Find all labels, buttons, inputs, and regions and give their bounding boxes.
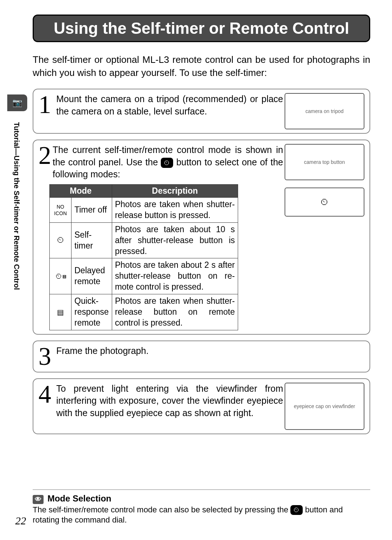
step-2: 2 The current self-timer/remote control … [33,140,370,335]
tip-section: 👁 Mode Selection The self-timer/remote c… [33,489,370,525]
timer-button-icon: ⏲ [290,505,303,515]
tip-text: The self-timer/remote control mode can a… [33,505,370,525]
table-row: ▤ Quick-response remote Photos are taken… [50,294,238,330]
intro-text: The self-timer or optional ML-L3 remote … [33,53,370,80]
page-title-banner: Using the Self-timer or Remote Control [33,15,370,42]
step-text: To prevent light entering via the viewfi… [56,383,283,419]
tripod-illustration: camera on tripod [285,93,364,129]
table-row: ⏲ Self-timer Photos are taken about 10 s… [50,222,238,258]
step-number: 1 [38,94,51,118]
th-mode: Mode [50,185,112,198]
step-4: 4 To prevent light entering via the view… [33,378,370,434]
camera-top-illustration: camera top button [285,144,364,180]
step-1: 1 Mount the camera on a tripod (recommen… [33,89,370,134]
camera-icon: 📷 [7,94,27,111]
th-desc: Description [112,185,238,198]
step-number: 2 [38,145,51,181]
step-text: The current self-timer/remote control mo… [53,144,283,181]
step-number: 3 [38,346,51,368]
table-row: ⏲▤ Delayed remote Photos are taken about… [50,258,238,294]
table-row: NO ICON Timer off Photos are taken when … [50,198,238,223]
tip-title: 👁 Mode Selection [33,493,370,504]
tip-icon: 👁 [33,495,44,504]
side-label: Tutorial—Using the Self-timer or Remote … [12,122,21,290]
step-3: 3 Frame the photograph. [33,340,370,372]
page-number: 22 [15,515,26,527]
lcd-illustration: ⏲ [285,188,364,217]
step-text: Frame the photograph. [56,345,364,368]
mode-table: Mode Description NO ICON Timer off Photo… [49,184,238,330]
side-tab: 📷 Tutorial—Using the Self-timer or Remot… [7,94,27,290]
timer-button-icon: ⏲ [161,158,173,168]
step-number: 4 [38,384,51,419]
eyepiece-illustration: eyepiece cap on viewfinder [285,383,364,430]
step-text: Mount the camera on a tripod (recommend­… [56,93,283,118]
page-title: Using the Self-timer or Remote Control [45,19,358,37]
